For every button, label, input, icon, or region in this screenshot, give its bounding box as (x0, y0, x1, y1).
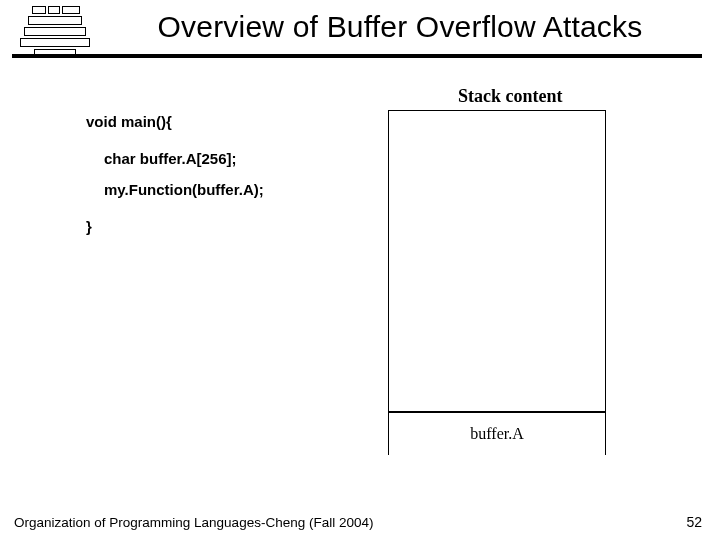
footer-text: Organization of Programming Languages-Ch… (14, 515, 373, 530)
title-underline (12, 54, 702, 58)
stack-box-empty (388, 110, 606, 412)
code-line: } (86, 219, 264, 234)
slide-header: Overview of Buffer Overflow Attacks (0, 10, 720, 44)
slide: Overview of Buffer Overflow Attacks Stac… (0, 0, 720, 540)
stack-content-label: Stack content (458, 86, 563, 107)
slide-title: Overview of Buffer Overflow Attacks (0, 10, 720, 44)
code-line: void main(){ (86, 114, 264, 129)
buffer-label: buffer.A (388, 425, 606, 443)
code-line: my.Function(buffer.A); (104, 182, 264, 197)
code-block: void main(){ char buffer.A[256]; my.Func… (86, 114, 264, 234)
code-line: char buffer.A[256]; (104, 151, 264, 166)
page-number: 52 (686, 514, 702, 530)
